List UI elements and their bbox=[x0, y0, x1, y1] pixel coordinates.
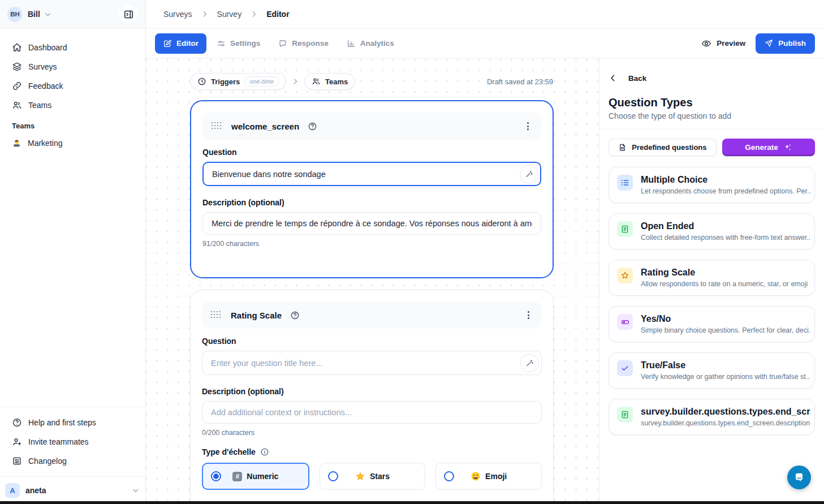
main-area: Surveys Survey Editor Editor Settings Re… bbox=[146, 0, 824, 504]
question-card-rating-scale[interactable]: Rating Scale Question Description (opti bbox=[190, 290, 554, 504]
question-description-input[interactable] bbox=[202, 401, 542, 424]
teams-chip[interactable]: Teams bbox=[304, 73, 355, 90]
publish-label: Publish bbox=[778, 39, 806, 48]
draft-status: Draft saved at 23:59 bbox=[487, 77, 553, 86]
back-button[interactable]: Back bbox=[609, 74, 815, 83]
question-type-yes-no[interactable]: Yes/No Simple binary choice questions. P… bbox=[609, 306, 815, 342]
question-type-true-false[interactable]: True/False Verify knowledge or gather op… bbox=[609, 352, 815, 389]
question-title-input[interactable] bbox=[202, 162, 541, 186]
file-code-icon bbox=[618, 143, 627, 152]
scale-option-label: Stars bbox=[370, 472, 390, 481]
type-name: Open Ended bbox=[641, 221, 810, 231]
question-field-label: Question bbox=[202, 148, 541, 157]
magic-wand-button[interactable] bbox=[520, 165, 538, 183]
changelog-icon bbox=[12, 456, 22, 466]
sidebar-item-surveys[interactable]: Surveys bbox=[7, 57, 139, 76]
type-description: Allow respondents to rate on a numeric, … bbox=[641, 280, 810, 288]
breadcrumb-surveys[interactable]: Surveys bbox=[163, 10, 192, 19]
panel-subtitle: Choose the type of question to add bbox=[609, 111, 815, 120]
question-card-welcome-screen[interactable]: welcome_screen Question Description (op bbox=[190, 100, 554, 278]
tab-analytics[interactable]: Analytics bbox=[339, 33, 402, 54]
publish-button[interactable]: Publish bbox=[756, 33, 815, 54]
question-type-end-screen[interactable]: survey.builder.questions.types.end_scr..… bbox=[609, 399, 815, 435]
team-label: Marketing bbox=[28, 139, 62, 148]
sidebar-collapse-button[interactable] bbox=[119, 5, 138, 24]
type-name: Multiple Choice bbox=[641, 175, 810, 185]
scale-option-label: Numeric bbox=[247, 472, 278, 481]
type-description: survey.builder.questions.types.end_scree… bbox=[641, 419, 810, 427]
list-icon bbox=[617, 175, 633, 191]
question-help-icon[interactable] bbox=[290, 311, 300, 320]
users-icon bbox=[12, 100, 22, 110]
preview-label: Preview bbox=[717, 39, 745, 48]
preview-button[interactable]: Preview bbox=[693, 33, 753, 54]
tab-settings[interactable]: Settings bbox=[209, 33, 268, 54]
question-type-rating-scale[interactable]: Rating Scale Allow respondents to rate o… bbox=[609, 260, 815, 296]
layers-icon bbox=[12, 62, 22, 72]
bar-chart-icon bbox=[347, 39, 356, 48]
sidebar-item-label: Dashboard bbox=[28, 43, 67, 52]
question-title-input[interactable] bbox=[202, 351, 542, 375]
workspace-switcher[interactable]: BH Bill bbox=[0, 0, 145, 29]
card-title: Rating Scale bbox=[231, 311, 282, 320]
account-switcher[interactable]: A aneta bbox=[0, 476, 145, 504]
sidebar-item-teams[interactable]: Teams bbox=[7, 96, 139, 115]
sidebar-item-feedback[interactable]: Feedback bbox=[7, 76, 139, 96]
workspace-name: Bill bbox=[28, 10, 40, 19]
question-help-icon[interactable] bbox=[308, 122, 317, 131]
card-menu-icon[interactable] bbox=[524, 308, 533, 322]
breadcrumb: Surveys Survey Editor bbox=[146, 0, 824, 29]
question-type-multiple-choice[interactable]: Multiple Choice Let respondents choose f… bbox=[609, 167, 815, 203]
scale-option-numeric[interactable]: # Numeric bbox=[202, 463, 309, 490]
card-title: welcome_screen bbox=[231, 122, 299, 131]
generate-button[interactable]: Generate bbox=[722, 139, 815, 156]
check-icon bbox=[617, 360, 633, 376]
chevron-left-icon bbox=[609, 74, 618, 83]
type-name: True/False bbox=[641, 360, 810, 371]
radio-selected-icon[interactable] bbox=[211, 471, 221, 481]
scale-options: # Numeric Stars bbox=[202, 463, 542, 490]
content-area: Triggers one-time Teams Draft saved at 2… bbox=[146, 58, 824, 504]
card-menu-icon[interactable] bbox=[524, 119, 532, 133]
star-icon bbox=[617, 268, 633, 283]
radio-icon[interactable] bbox=[444, 471, 454, 481]
user-plus-icon bbox=[12, 437, 22, 447]
sidebar-item-label: Surveys bbox=[28, 62, 57, 71]
chevron-down-icon bbox=[131, 486, 140, 495]
info-icon[interactable] bbox=[260, 447, 269, 456]
teams-chip-label: Teams bbox=[325, 77, 348, 86]
app-window: BH Bill Dashboard Surveys Feedback bbox=[0, 0, 824, 504]
account-avatar: A bbox=[5, 483, 20, 498]
tab-label: Response bbox=[292, 39, 329, 48]
magic-wand-button[interactable] bbox=[520, 354, 539, 372]
tab-response[interactable]: Response bbox=[270, 33, 336, 54]
question-field-label: Question bbox=[202, 337, 542, 346]
chat-smile-icon bbox=[793, 471, 805, 484]
sidebar-team-marketing[interactable]: Marketing bbox=[7, 133, 139, 153]
chat-launcher-button[interactable] bbox=[787, 466, 811, 489]
sidebar-item-dashboard[interactable]: Dashboard bbox=[7, 38, 139, 57]
eye-icon bbox=[701, 38, 711, 49]
drag-handle-icon[interactable] bbox=[212, 122, 223, 131]
sidebar-item-invite[interactable]: Invite teammates bbox=[7, 432, 139, 451]
radio-icon[interactable] bbox=[328, 471, 338, 481]
workspace-avatar: BH bbox=[7, 7, 23, 22]
question-type-open-ended[interactable]: Open Ended Collect detailed responses wi… bbox=[609, 213, 815, 249]
help-circle-icon bbox=[12, 417, 22, 428]
sparkles-icon bbox=[783, 143, 792, 152]
tab-label: Editor bbox=[176, 39, 199, 48]
sidebar-item-changelog[interactable]: Changelog bbox=[7, 451, 139, 471]
drag-handle-icon[interactable] bbox=[211, 311, 222, 320]
question-description-input[interactable] bbox=[202, 212, 541, 235]
scale-option-stars[interactable]: Stars bbox=[320, 463, 426, 490]
chevron-right-icon bbox=[291, 77, 299, 85]
triggers-chip-label: Triggers bbox=[211, 77, 240, 86]
predefined-questions-button[interactable]: Predefined questions bbox=[609, 139, 717, 156]
tab-editor[interactable]: Editor bbox=[155, 33, 206, 54]
breadcrumb-survey[interactable]: Survey bbox=[217, 10, 242, 19]
scale-option-emoji[interactable]: Emoji bbox=[435, 463, 542, 490]
triggers-chip[interactable]: Triggers one-time bbox=[190, 73, 286, 90]
canvas-chips-row: Triggers one-time Teams Draft saved at 2… bbox=[190, 73, 553, 90]
sidebar: BH Bill Dashboard Surveys Feedback bbox=[0, 0, 146, 504]
sidebar-item-help[interactable]: Help and first steps bbox=[7, 413, 139, 432]
